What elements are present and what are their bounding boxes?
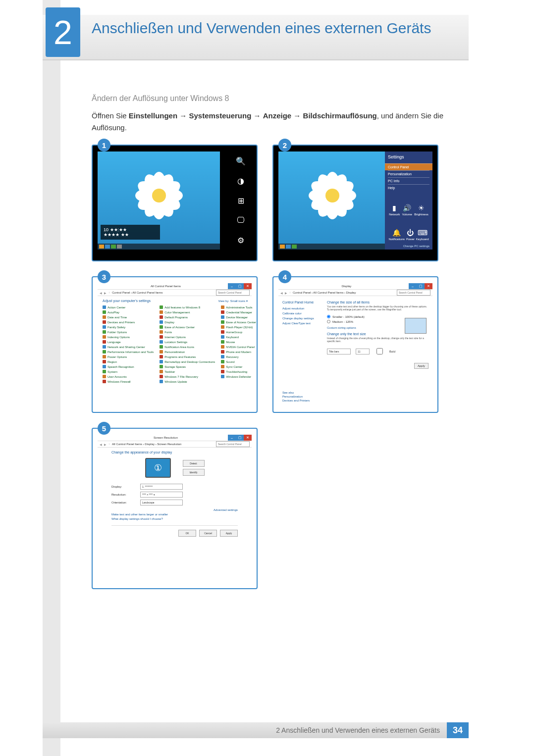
forward-icon[interactable]: ▶: [104, 443, 107, 446]
cp-item[interactable]: Ease of Access Center: [160, 325, 215, 329]
settings-item-control-panel[interactable]: Control Panel: [385, 163, 432, 170]
maximize-button[interactable]: ▢: [417, 283, 425, 289]
quick-power[interactable]: ⏻Power: [406, 229, 415, 241]
taskbar-ie-icon[interactable]: [99, 245, 104, 249]
cp-item[interactable]: Location Settings: [160, 340, 215, 344]
cp-item[interactable]: Troubleshooting: [221, 370, 256, 373]
resolution-select[interactable]: **** × **** ▾: [140, 492, 183, 498]
advanced-settings-link[interactable]: Advanced settings: [111, 508, 238, 511]
share-charm-icon[interactable]: ◑: [235, 175, 246, 186]
sidebar-adjust-resolution[interactable]: Adjust resolution: [282, 307, 321, 310]
sidebar-home[interactable]: Control Panel Home: [282, 301, 321, 304]
cp-item[interactable]: Speech Recognition: [103, 365, 154, 368]
cp-item[interactable]: Internet Options: [160, 335, 215, 339]
cp-item[interactable]: Display: [160, 320, 215, 324]
bold-checkbox[interactable]: [376, 348, 383, 354]
apply-button[interactable]: Apply: [220, 530, 238, 537]
cp-item[interactable]: Windows Firewall: [103, 380, 154, 383]
taskbar[interactable]: [98, 244, 220, 250]
cp-item[interactable]: Date and Time: [103, 315, 154, 319]
settings-charm-icon[interactable]: ⚙: [235, 235, 246, 246]
taskbar-ie-icon[interactable]: [280, 245, 285, 249]
quick-brightness[interactable]: ☀Brightness: [414, 204, 428, 216]
cp-item[interactable]: Color Management: [160, 310, 215, 314]
close-button[interactable]: ✕: [244, 283, 252, 289]
cp-item[interactable]: Power Options: [103, 355, 154, 358]
quick-network[interactable]: ▮Network: [389, 204, 400, 216]
link-what-settings[interactable]: What display settings should I choose?: [111, 517, 238, 520]
cp-item[interactable]: Phone and Modem: [221, 350, 256, 353]
cp-item[interactable]: Language: [103, 340, 154, 344]
orientation-select[interactable]: Landscape: [140, 500, 183, 505]
cp-item[interactable]: System: [103, 370, 154, 373]
taskbar-icon[interactable]: [111, 245, 116, 249]
cp-item[interactable]: Ease of Access Center: [221, 320, 256, 324]
cp-item[interactable]: Keyboard: [221, 335, 256, 339]
cp-item[interactable]: Credential Manager: [221, 310, 256, 314]
cp-item[interactable]: Windows Update: [160, 380, 215, 383]
breadcrumb[interactable]: Control Panel › All Control Panel Items: [112, 291, 162, 294]
taskbar-icon[interactable]: [292, 245, 297, 249]
cp-item[interactable]: Family Safety: [103, 325, 154, 329]
quick-keyboard[interactable]: ⌨Keyboard: [416, 229, 429, 241]
cp-item[interactable]: AutoPlay: [103, 310, 154, 314]
breadcrumb[interactable]: Control Panel › All Control Panel Items …: [293, 291, 356, 294]
radio-input[interactable]: [327, 315, 330, 318]
apply-button[interactable]: Apply: [414, 363, 428, 369]
search-input[interactable]: [216, 441, 250, 447]
cp-item[interactable]: Fonts: [160, 330, 215, 334]
monitor-icon[interactable]: ①: [145, 458, 171, 478]
detect-button[interactable]: Detect: [183, 460, 205, 467]
cp-item[interactable]: NVIDIA Control Panel: [221, 345, 256, 349]
close-button[interactable]: ✕: [425, 283, 432, 289]
cp-item[interactable]: Notification Area Icons: [160, 345, 215, 349]
cp-item[interactable]: Storage Spaces: [160, 365, 215, 368]
sidebar-change-display[interactable]: Change display settings: [282, 317, 321, 320]
cp-item[interactable]: Devices and Printers: [103, 320, 154, 324]
cp-item[interactable]: Taskbar: [160, 370, 215, 373]
breadcrumb[interactable]: All Control Panel Items › Display › Scre…: [112, 443, 181, 446]
up-icon[interactable]: ↑: [289, 291, 291, 294]
minimize-button[interactable]: –: [228, 283, 236, 289]
see-also-personalization[interactable]: Personalization: [282, 395, 310, 398]
cp-item[interactable]: Default Programs: [160, 315, 215, 319]
sidebar-cleartype[interactable]: Adjust ClearType text: [282, 322, 321, 325]
devices-charm-icon[interactable]: 🖵: [235, 215, 246, 226]
cp-item[interactable]: Performance Information and Tools: [103, 350, 154, 353]
up-icon[interactable]: ↑: [108, 443, 110, 446]
settings-item-personalization[interactable]: Personalization: [388, 170, 429, 177]
maximize-button[interactable]: ▢: [236, 283, 244, 289]
minimize-button[interactable]: –: [228, 435, 236, 441]
back-icon[interactable]: ◀: [280, 291, 283, 295]
forward-icon[interactable]: ▶: [104, 291, 107, 295]
back-icon[interactable]: ◀: [100, 291, 102, 295]
identify-button[interactable]: Identify: [183, 469, 205, 476]
taskbar-explorer-icon[interactable]: [105, 245, 110, 249]
up-icon[interactable]: ↑: [108, 291, 110, 294]
cp-item[interactable]: Programs and Features: [160, 355, 215, 358]
cp-item[interactable]: Action Center: [103, 305, 154, 309]
search-charm-icon[interactable]: 🔍: [235, 155, 246, 166]
cp-item[interactable]: RemoteApp and Desktop Connections: [160, 360, 215, 363]
cp-item[interactable]: Sync Center: [221, 365, 256, 368]
forward-icon[interactable]: ▶: [285, 291, 287, 295]
taskbar-explorer-icon[interactable]: [286, 245, 291, 249]
cp-item[interactable]: Region: [103, 360, 154, 363]
cp-item[interactable]: Add features to Windows 8: [160, 305, 215, 309]
size-select[interactable]: 11: [356, 349, 370, 354]
cp-item[interactable]: Indexing Options: [103, 335, 154, 339]
cp-item[interactable]: Network and Sharing Center: [103, 345, 154, 349]
maximize-button[interactable]: ▢: [236, 435, 244, 441]
search-input[interactable]: [397, 290, 430, 296]
settings-item-pcinfo[interactable]: PC Info: [388, 177, 429, 184]
search-input[interactable]: [216, 290, 250, 296]
cp-item[interactable]: Windows Defender: [221, 375, 256, 378]
quick-volume[interactable]: 🔊Volume: [402, 204, 412, 216]
quick-notifications[interactable]: 🔔Notifications: [388, 229, 405, 241]
cp-item[interactable]: Personalization: [160, 350, 215, 353]
taskbar-icon[interactable]: [117, 245, 122, 249]
cp-item[interactable]: Folder Options: [103, 330, 154, 334]
cp-item[interactable]: Administrative Tools: [221, 305, 256, 309]
view-by[interactable]: View by: Small icons ▾: [218, 299, 248, 302]
back-icon[interactable]: ◀: [100, 443, 102, 446]
